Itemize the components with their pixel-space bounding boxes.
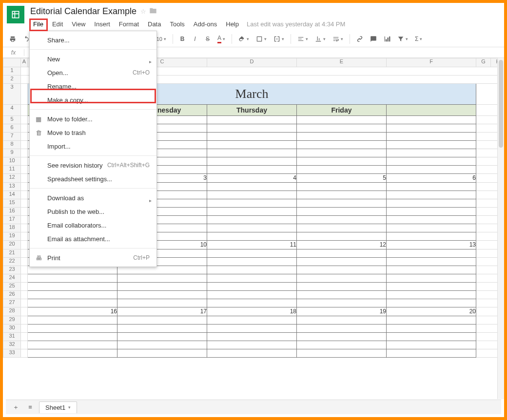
all-sheets-button[interactable]: ≡ <box>24 401 36 413</box>
menu-item-print[interactable]: 🖶PrintCtrl+P <box>30 251 156 265</box>
menu-tools[interactable]: Tools <box>166 19 188 29</box>
day-number: 17 <box>117 307 207 316</box>
print-icon[interactable] <box>7 33 19 45</box>
row-header[interactable]: 2 <box>3 76 21 84</box>
folder-icon[interactable] <box>149 7 157 16</box>
day-number: 19 <box>297 307 387 316</box>
functions-button[interactable]: Σ <box>412 33 425 45</box>
chart-button[interactable] <box>381 33 393 45</box>
day-header <box>387 105 476 116</box>
menu-insert[interactable]: Insert <box>90 19 114 29</box>
h-align[interactable] <box>295 33 311 45</box>
menu-item-revision-history[interactable]: See revision historyCtrl+Alt+Shift+G <box>30 158 156 172</box>
menu-help[interactable]: Help <box>222 19 243 29</box>
menu-format[interactable]: Format <box>115 19 143 29</box>
sheet-tab-bar: ＋ ≡ Sheet1 <box>6 400 501 414</box>
menu-view[interactable]: View <box>68 19 89 29</box>
row-header[interactable]: 4 <box>3 105 21 116</box>
menu-item-share[interactable]: Share... <box>30 33 156 47</box>
row-header[interactable]: 3 <box>3 84 21 105</box>
menu-item-email-attachment[interactable]: Email as attachment... <box>30 232 156 246</box>
v-align[interactable] <box>312 33 328 45</box>
wrap-text[interactable] <box>330 33 346 45</box>
doc-title[interactable]: Editorial Calendar Example <box>29 6 137 17</box>
menu-data[interactable]: Data <box>144 19 165 29</box>
borders[interactable] <box>254 33 269 45</box>
last-edit: Last edit was yesterday at 4:34 PM <box>247 20 345 28</box>
trash-icon: 🗑 <box>35 129 42 136</box>
folder-icon: ▦ <box>35 115 42 123</box>
file-menu-dropdown: Share... New Open...Ctrl+O Rename... Mak… <box>29 31 157 267</box>
menu-item-new[interactable]: New <box>30 52 156 66</box>
menu-addons[interactable]: Add-ons <box>190 19 221 29</box>
day-header: Friday <box>297 105 387 116</box>
row-header[interactable]: 1 <box>3 67 21 76</box>
day-number: 6 <box>387 174 476 183</box>
menu-edit[interactable]: Edit <box>48 19 67 29</box>
day-number: 5 <box>297 174 387 183</box>
sheet-tab[interactable]: Sheet1 <box>39 401 77 413</box>
menu-item-spreadsheet-settings[interactable]: Spreadsheet settings... <box>30 172 156 186</box>
day-number: 20 <box>387 307 476 316</box>
day-number: 13 <box>387 241 476 249</box>
day-header: Thursday <box>207 105 297 116</box>
strike-button[interactable]: S <box>202 33 213 45</box>
vertical-scrollbar[interactable] <box>497 58 504 399</box>
text-color[interactable]: A <box>215 33 228 45</box>
menu-item-download-as[interactable]: Download as <box>30 191 156 205</box>
menu-item-import[interactable]: Import... <box>30 139 156 153</box>
link-button[interactable] <box>354 33 366 45</box>
menu-item-email-collaborators[interactable]: Email collaborators... <box>30 218 156 232</box>
menu-item-open[interactable]: Open...Ctrl+O <box>30 66 156 79</box>
filter-button[interactable] <box>395 33 410 45</box>
bold-button[interactable]: B <box>177 33 188 45</box>
star-icon[interactable]: ☆ <box>140 8 146 15</box>
print-icon: 🖶 <box>35 254 42 262</box>
day-number: 18 <box>207 307 297 316</box>
comment-button[interactable] <box>368 33 379 45</box>
day-number: 4 <box>207 174 297 183</box>
menu-file[interactable]: File <box>29 19 47 29</box>
day-number: 16 <box>28 307 117 316</box>
day-number: 11 <box>207 241 297 249</box>
day-number: 12 <box>297 241 387 249</box>
italic-button[interactable]: I <box>190 33 200 45</box>
menu-item-move-folder[interactable]: ▦Move to folder... <box>30 112 156 126</box>
fill-color[interactable] <box>236 33 252 45</box>
menu-item-rename[interactable]: Rename... <box>30 79 156 93</box>
menu-bar: File Edit View Insert Format Data Tools … <box>29 19 500 29</box>
menu-item-move-trash[interactable]: 🗑Move to trash <box>30 126 156 139</box>
merge-cells[interactable] <box>271 33 287 45</box>
sheets-logo[interactable] <box>7 6 24 23</box>
menu-item-publish[interactable]: Publish to the web... <box>30 205 156 218</box>
add-sheet-button[interactable]: ＋ <box>10 401 21 413</box>
fx-label: fx <box>3 49 24 56</box>
menu-item-make-copy[interactable]: Make a copy... <box>30 93 156 107</box>
